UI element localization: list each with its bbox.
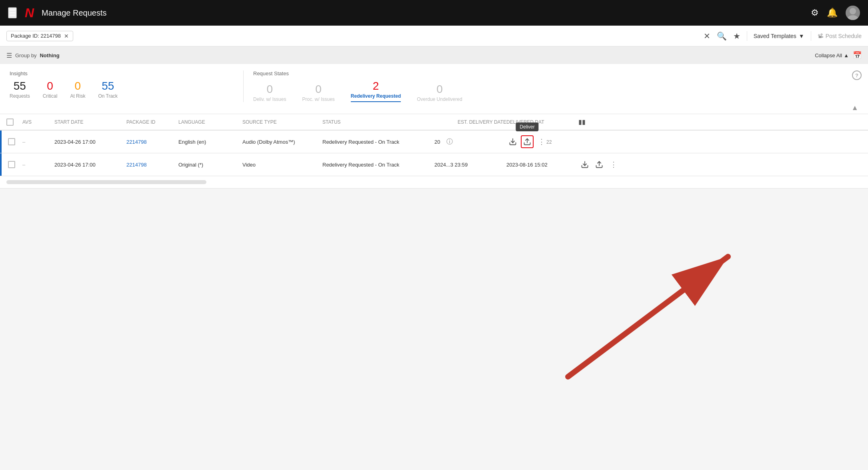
stat-deliv-issues-value: 0 bbox=[266, 83, 273, 96]
row2-status: Redelivery Requested - On Track bbox=[322, 162, 399, 168]
insights-collapse-area: ▲ bbox=[10, 102, 858, 114]
row-left-border bbox=[0, 153, 2, 176]
stat-overdue-value: 0 bbox=[436, 83, 443, 96]
col-header-est-delivery: Est. Delivery Date bbox=[434, 119, 506, 125]
deliver-button-wrapper: Deliver bbox=[521, 135, 534, 148]
table-scroll-bar[interactable] bbox=[0, 176, 868, 189]
table-row: – 2023-04-26 17:00 2214798 Original (*) … bbox=[0, 153, 868, 176]
row2-language: Original (*) bbox=[178, 162, 203, 168]
col-header-language: Language bbox=[178, 119, 242, 125]
help-icon[interactable]: ? bbox=[852, 70, 862, 80]
group-by-bar: ☰ Group by Nothing Collapse All ▲ 📅 bbox=[0, 46, 868, 64]
horizontal-scrollbar[interactable] bbox=[6, 180, 206, 184]
hamburger-menu-button[interactable]: ☰ bbox=[8, 7, 17, 18]
row2-package-id[interactable]: 2214798 bbox=[126, 162, 147, 168]
stat-critical-label: Critical bbox=[43, 93, 58, 99]
stat-on-track-label: On Track bbox=[98, 93, 118, 99]
stat-redelivery-label: Redelivery Requested bbox=[351, 93, 401, 99]
col-header-status: Status bbox=[322, 119, 434, 125]
col-header-avs: AVS bbox=[22, 119, 54, 125]
table-header: AVS Start Date Package ID Language Sourc… bbox=[0, 114, 868, 131]
stat-deliv-issues-label: Deliv. w/ Issues bbox=[253, 96, 286, 102]
stat-proc-issues-value: 0 bbox=[315, 83, 322, 96]
vertical-dots-icon: ⋮ bbox=[538, 137, 545, 146]
clear-filters-icon[interactable]: ✕ bbox=[704, 31, 710, 41]
row2-actions-group: ⋮ bbox=[578, 158, 620, 171]
row2-delivered-date: 2023-08-16 15:02 bbox=[506, 162, 548, 168]
stat-requests-label: Requests bbox=[10, 93, 30, 99]
divider2 bbox=[811, 31, 811, 41]
row1-package-id[interactable]: 2214798 bbox=[126, 139, 147, 145]
star-icon[interactable]: ★ bbox=[733, 31, 740, 41]
stat-requests-value: 55 bbox=[14, 80, 26, 92]
insights-panel: Insights 55 Requests 0 Critical 0 At Ris… bbox=[10, 70, 234, 99]
row1-avs: – bbox=[22, 139, 25, 145]
chevron-up-icon: ▲ bbox=[844, 52, 849, 58]
insights-collapse-button[interactable]: ▲ bbox=[851, 104, 858, 112]
svg-point-1 bbox=[847, 15, 858, 20]
top-navigation: ☰ N Manage Requests ⚙ 🔔 bbox=[0, 0, 868, 26]
package-id-filter-chip[interactable]: Package ID: 2214798 ✕ bbox=[6, 31, 73, 41]
search-icon[interactable]: 🔍 bbox=[717, 31, 727, 41]
divider bbox=[747, 31, 747, 41]
row1-checkbox[interactable] bbox=[8, 138, 15, 145]
col-header-delivered-date: Delivered Dat bbox=[506, 119, 578, 125]
more-options-button[interactable]: ⋮ bbox=[535, 135, 548, 148]
download-button[interactable] bbox=[506, 135, 519, 148]
calendar-icon[interactable]: 📅 bbox=[853, 51, 862, 60]
row2-avs: – bbox=[22, 162, 25, 168]
notifications-icon[interactable]: 🔔 bbox=[827, 8, 838, 18]
stat-critical: 0 Critical bbox=[43, 80, 58, 99]
saved-templates-label: Saved Templates bbox=[754, 33, 796, 39]
col-header-more-icon: ▮▮ bbox=[578, 118, 590, 126]
stat-deliv-issues: 0 Deliv. w/ Issues bbox=[253, 83, 286, 102]
video-icon: 📽 bbox=[818, 33, 823, 39]
row1-trailing: 22 bbox=[546, 139, 566, 145]
stat-proc-issues: 0 Proc. w/ Issues bbox=[302, 83, 334, 102]
row2-deliver-button[interactable] bbox=[593, 158, 606, 171]
stat-redelivery-requested: 2 Redelivery Requested bbox=[351, 80, 401, 102]
active-underline bbox=[351, 101, 401, 102]
row2-vertical-dots-icon: ⋮ bbox=[610, 160, 617, 169]
group-by-value: Nothing bbox=[40, 52, 59, 58]
stat-critical-value: 0 bbox=[47, 80, 53, 92]
row2-checkbox[interactable] bbox=[8, 161, 15, 168]
insights-title: Insights bbox=[10, 70, 234, 76]
saved-templates-button[interactable]: Saved Templates ▼ bbox=[754, 33, 804, 39]
filter-bar: Package ID: 2214798 ✕ ✕ 🔍 ★ Saved Templa… bbox=[0, 26, 868, 46]
post-schedule-button[interactable]: 📽 Post Schedule bbox=[818, 33, 862, 39]
info-icon-button[interactable]: ⓘ bbox=[443, 135, 456, 148]
table-row: – 2023-04-26 17:00 2214798 English (en) … bbox=[0, 131, 868, 153]
stat-at-risk-label: At Risk bbox=[70, 93, 85, 99]
row1-status: Redelivery Requested - On Track bbox=[322, 139, 399, 145]
stat-on-track-value: 55 bbox=[102, 80, 114, 92]
filter-lines-icon[interactable]: ☰ bbox=[6, 52, 12, 59]
stat-overdue-label: Overdue Undelivered bbox=[417, 96, 462, 102]
col-header-package-id: Package ID bbox=[126, 119, 178, 125]
collapse-all-label: Collapse All bbox=[815, 52, 842, 58]
row2-start-date: 2023-04-26 17:00 bbox=[54, 162, 96, 168]
stat-at-risk: 0 At Risk bbox=[70, 80, 85, 99]
settings-icon[interactable]: ⚙ bbox=[811, 8, 819, 18]
collapse-all-button[interactable]: Collapse All ▲ bbox=[815, 52, 849, 58]
row2-source-type: Video bbox=[242, 162, 256, 168]
filter-chip-label: Package ID: 2214798 bbox=[11, 33, 61, 39]
col-header-start-date: Start Date bbox=[54, 119, 126, 125]
deliver-upload-button[interactable] bbox=[521, 135, 534, 148]
row1-actions-group: Deliver ⋮ bbox=[506, 135, 548, 148]
user-avatar[interactable] bbox=[846, 6, 860, 20]
close-icon[interactable]: ✕ bbox=[64, 33, 69, 39]
page-title: Manage Requests bbox=[42, 8, 106, 18]
row2-est-delivery: 2024...3 23:59 bbox=[434, 162, 468, 168]
row1-source-type: Audio (Dolby Atmos™) bbox=[242, 139, 295, 145]
row2-download-button[interactable] bbox=[578, 158, 591, 171]
stat-at-risk-value: 0 bbox=[75, 80, 81, 92]
request-states-panel: Request States 0 Deliv. w/ Issues 0 Proc… bbox=[253, 70, 858, 102]
insights-divider bbox=[243, 70, 244, 102]
group-by-prefix: Group by bbox=[15, 52, 36, 58]
svg-point-0 bbox=[850, 8, 856, 14]
row1-est-delivery: 20 bbox=[434, 139, 440, 145]
select-all-checkbox[interactable] bbox=[6, 119, 14, 126]
row2-more-options-button[interactable]: ⋮ bbox=[607, 158, 620, 171]
request-states-stats: 0 Deliv. w/ Issues 0 Proc. w/ Issues 2 R… bbox=[253, 80, 858, 102]
